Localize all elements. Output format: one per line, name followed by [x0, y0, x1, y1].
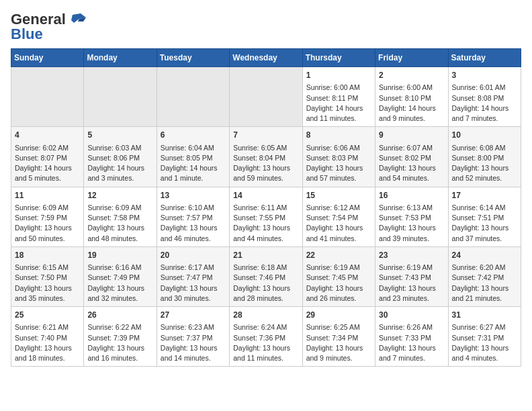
calendar-cell: 3Sunrise: 6:01 AMSunset: 8:08 PMDaylight… — [448, 67, 521, 127]
calendar-cell: 10Sunrise: 6:08 AMSunset: 8:00 PMDayligh… — [448, 127, 521, 187]
day-info: Daylight: 13 hours — [161, 343, 226, 353]
day-info: Daylight: 13 hours — [161, 283, 226, 293]
calendar-week-5: 25Sunrise: 6:21 AMSunset: 7:40 PMDayligh… — [11, 307, 521, 367]
day-info: and 59 minutes. — [233, 173, 298, 183]
day-info: Sunset: 7:33 PM — [379, 333, 444, 343]
day-number: 13 — [161, 190, 226, 201]
calendar-cell: 2Sunrise: 6:00 AMSunset: 8:10 PMDaylight… — [375, 67, 448, 127]
day-info: Sunset: 7:42 PM — [452, 273, 517, 283]
day-info: Sunset: 7:59 PM — [15, 213, 80, 223]
day-info: Daylight: 13 hours — [379, 283, 444, 293]
calendar-cell: 31Sunrise: 6:27 AMSunset: 7:31 PMDayligh… — [448, 307, 521, 367]
day-info: Sunrise: 6:25 AM — [306, 322, 371, 332]
calendar-cell: 6Sunrise: 6:04 AMSunset: 8:05 PMDaylight… — [157, 127, 229, 187]
day-number: 15 — [306, 190, 371, 201]
day-info: and 57 minutes. — [306, 173, 371, 183]
day-info: Sunrise: 6:02 AM — [15, 143, 80, 153]
day-info: Daylight: 14 hours — [306, 103, 371, 113]
day-info: and 41 minutes. — [306, 234, 371, 244]
day-info: Sunset: 8:07 PM — [15, 153, 80, 163]
day-info: and 3 minutes. — [87, 173, 152, 183]
calendar-week-4: 18Sunrise: 6:15 AMSunset: 7:50 PMDayligh… — [11, 246, 521, 306]
calendar-cell: 19Sunrise: 6:16 AMSunset: 7:49 PMDayligh… — [84, 246, 157, 306]
day-info: Daylight: 14 hours — [452, 103, 517, 113]
day-info: and 4 minutes. — [452, 353, 517, 363]
weekday-header-sunday: Sunday — [11, 49, 84, 67]
day-info: Sunrise: 6:22 AM — [87, 322, 152, 332]
day-number: 26 — [87, 310, 152, 321]
calendar-cell: 4Sunrise: 6:02 AMSunset: 8:07 PMDaylight… — [11, 127, 84, 187]
day-number: 22 — [306, 250, 371, 261]
day-info: Sunrise: 6:03 AM — [87, 143, 152, 153]
day-info: Sunrise: 6:19 AM — [306, 263, 371, 273]
day-number: 4 — [15, 130, 80, 141]
day-info: Sunset: 7:53 PM — [379, 213, 444, 223]
weekday-header-tuesday: Tuesday — [157, 49, 229, 67]
day-info: Sunset: 8:02 PM — [379, 153, 444, 163]
calendar-cell: 5Sunrise: 6:03 AMSunset: 8:06 PMDaylight… — [84, 127, 157, 187]
day-info: Sunrise: 6:14 AM — [452, 203, 517, 213]
day-info: Sunrise: 6:26 AM — [379, 322, 444, 332]
calendar-cell: 15Sunrise: 6:12 AMSunset: 7:54 PMDayligh… — [302, 187, 375, 246]
day-info: Sunset: 8:10 PM — [379, 93, 444, 103]
day-info: and 5 minutes. — [15, 173, 80, 183]
calendar-cell: 18Sunrise: 6:15 AMSunset: 7:50 PMDayligh… — [11, 246, 84, 306]
day-info: Sunrise: 6:11 AM — [233, 203, 298, 213]
day-info: Daylight: 13 hours — [306, 283, 371, 293]
day-info: and 30 minutes. — [161, 293, 226, 304]
day-number: 17 — [452, 190, 517, 201]
day-info: Sunset: 7:50 PM — [15, 273, 80, 283]
calendar-table: SundayMondayTuesdayWednesdayThursdayFrid… — [11, 48, 521, 367]
day-info: Daylight: 14 hours — [87, 163, 152, 173]
calendar-cell: 17Sunrise: 6:14 AMSunset: 7:51 PMDayligh… — [448, 187, 521, 246]
day-info: Sunset: 7:34 PM — [306, 333, 371, 343]
day-info: Daylight: 13 hours — [379, 343, 444, 353]
day-info: Sunrise: 6:08 AM — [452, 143, 517, 153]
calendar-week-2: 4Sunrise: 6:02 AMSunset: 8:07 PMDaylight… — [11, 127, 521, 187]
calendar-body: 1Sunrise: 6:00 AMSunset: 8:11 PMDaylight… — [11, 67, 521, 367]
day-info: and 11 minutes. — [306, 113, 371, 124]
day-info: Sunrise: 6:10 AM — [161, 203, 226, 213]
day-info: and 50 minutes. — [15, 234, 80, 244]
day-number: 7 — [233, 130, 298, 141]
calendar-cell: 22Sunrise: 6:19 AMSunset: 7:45 PMDayligh… — [302, 246, 375, 306]
calendar-cell: 8Sunrise: 6:06 AMSunset: 8:03 PMDaylight… — [302, 127, 375, 187]
day-info: and 1 minute. — [161, 173, 226, 183]
day-info: Sunrise: 6:15 AM — [15, 263, 80, 273]
calendar-cell — [230, 67, 302, 127]
day-info: Daylight: 13 hours — [452, 223, 517, 233]
day-number: 11 — [15, 190, 80, 201]
calendar-cell — [157, 67, 229, 127]
day-info: Sunrise: 6:23 AM — [161, 322, 226, 332]
day-info: Daylight: 13 hours — [306, 343, 371, 353]
day-info: Sunrise: 6:00 AM — [306, 83, 371, 93]
day-info: Daylight: 14 hours — [161, 163, 226, 173]
calendar-cell: 9Sunrise: 6:07 AMSunset: 8:02 PMDaylight… — [375, 127, 448, 187]
day-info: Sunset: 7:46 PM — [233, 273, 298, 283]
calendar-week-3: 11Sunrise: 6:09 AMSunset: 7:59 PMDayligh… — [11, 187, 521, 246]
day-info: and 52 minutes. — [452, 173, 517, 183]
calendar-cell: 25Sunrise: 6:21 AMSunset: 7:40 PMDayligh… — [11, 307, 84, 367]
weekday-header-saturday: Saturday — [448, 49, 521, 67]
logo-blue: Blue — [11, 26, 43, 43]
day-info: Daylight: 13 hours — [87, 343, 152, 353]
day-info: and 37 minutes. — [452, 234, 517, 244]
calendar-cell: 16Sunrise: 6:13 AMSunset: 7:53 PMDayligh… — [375, 187, 448, 246]
day-info: Sunset: 7:40 PM — [15, 333, 80, 343]
day-info: Daylight: 13 hours — [233, 223, 298, 233]
calendar-cell: 27Sunrise: 6:23 AMSunset: 7:37 PMDayligh… — [157, 307, 229, 367]
day-info: Sunrise: 6:27 AM — [452, 322, 517, 332]
day-number: 31 — [452, 310, 517, 321]
day-info: Sunset: 8:04 PM — [233, 153, 298, 163]
day-info: and 46 minutes. — [161, 234, 226, 244]
day-info: and 32 minutes. — [87, 293, 152, 304]
day-number: 23 — [379, 250, 444, 261]
day-info: Daylight: 13 hours — [452, 163, 517, 173]
day-number: 8 — [306, 130, 371, 141]
day-info: and 48 minutes. — [87, 234, 152, 244]
day-info: Sunset: 7:58 PM — [87, 213, 152, 223]
day-info: Sunset: 8:05 PM — [161, 153, 226, 163]
day-info: Sunset: 7:43 PM — [379, 273, 444, 283]
day-info: Sunrise: 6:09 AM — [15, 203, 80, 213]
day-info: Sunset: 7:45 PM — [306, 273, 371, 283]
